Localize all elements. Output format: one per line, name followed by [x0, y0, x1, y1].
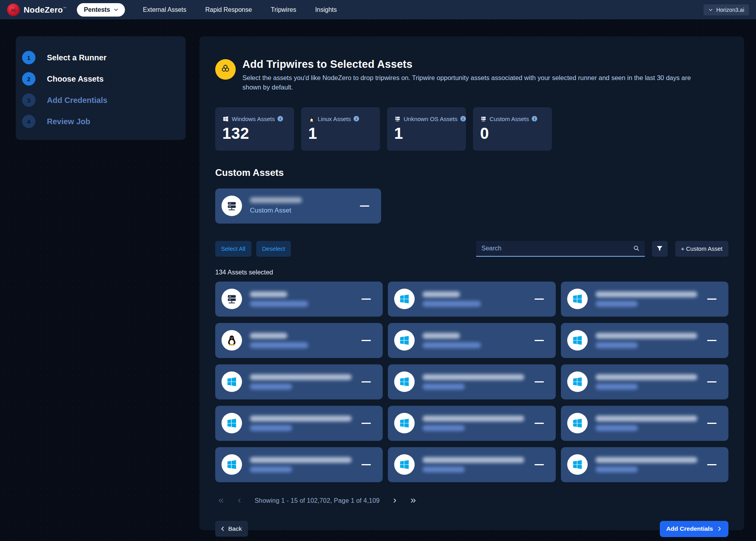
chevron-down-icon — [114, 7, 119, 12]
info-icon[interactable]: i — [532, 116, 537, 121]
info-icon[interactable]: i — [277, 116, 283, 121]
step-select-a-runner[interactable]: 1Select a Runner — [22, 51, 186, 64]
asset-card-12[interactable] — [561, 406, 728, 441]
redacted-asset-name — [596, 291, 697, 297]
asset-card-10[interactable] — [215, 406, 383, 441]
asset-card-13[interactable] — [215, 447, 383, 482]
asset-card-7[interactable] — [215, 364, 383, 399]
back-button[interactable]: Back — [215, 521, 248, 537]
asset-card-6[interactable] — [561, 323, 728, 358]
linux-icon — [222, 330, 242, 351]
asset-card-3[interactable] — [561, 282, 728, 317]
asset-type-label: Custom Asset — [250, 207, 302, 215]
asset-text — [423, 374, 524, 390]
remove-asset-button[interactable] — [534, 461, 545, 468]
asset-card-8[interactable] — [388, 364, 555, 399]
first-page-button[interactable] — [218, 497, 224, 504]
step-number: 4 — [22, 115, 35, 128]
last-page-button[interactable] — [410, 497, 417, 504]
nav-item-insights[interactable]: Insights — [315, 6, 337, 13]
asset-text — [596, 457, 697, 472]
previous-page-button[interactable] — [236, 497, 243, 504]
next-page-button[interactable] — [391, 497, 398, 504]
selected-assets-grid — [215, 282, 728, 482]
redacted-asset-detail — [250, 384, 292, 390]
asset-card-4[interactable] — [215, 323, 383, 358]
linux-icon — [308, 116, 315, 122]
asset-card-9[interactable] — [561, 364, 728, 399]
redacted-asset-detail — [250, 301, 308, 307]
pagination-label: Showing 1 - 15 of 102,702, Page 1 of 4,1… — [255, 497, 380, 504]
asset-card-5[interactable] — [388, 323, 555, 358]
step-add-credentials[interactable]: 3Add Credentials — [22, 93, 186, 107]
remove-asset-button[interactable] — [534, 295, 545, 302]
remove-asset-button[interactable] — [707, 461, 717, 468]
pentests-menu-button[interactable]: Pentests — [77, 3, 125, 17]
remove-asset-button[interactable] — [361, 420, 372, 427]
stat-value: 0 — [480, 125, 545, 142]
windows-icon — [394, 371, 415, 392]
remove-asset-button[interactable] — [707, 378, 717, 385]
server-icon — [222, 289, 242, 309]
remove-asset-button[interactable] — [360, 202, 370, 209]
stat-card-linux-assets: Linux Assets i 1 — [301, 107, 380, 151]
windows-icon — [567, 413, 588, 433]
stat-value: 1 — [308, 125, 373, 142]
asset-card-2[interactable] — [388, 282, 555, 317]
account-menu-button[interactable]: Horizon3.ai — [704, 4, 749, 15]
step-label: Select a Runner — [47, 53, 106, 62]
top-navigation: ☠ NodeZero™ Pentests External AssetsRapi… — [0, 0, 756, 19]
nav-item-tripwires[interactable]: Tripwires — [271, 6, 296, 13]
info-icon[interactable]: i — [460, 116, 466, 121]
nav-item-external-assets[interactable]: External Assets — [143, 6, 186, 13]
select-all-button[interactable]: Select All — [215, 241, 251, 257]
redacted-asset-detail — [596, 425, 638, 431]
step-label: Review Job — [47, 117, 90, 126]
deselect-button[interactable]: Deselect — [256, 241, 291, 257]
remove-asset-button[interactable] — [361, 295, 372, 302]
asset-card-11[interactable] — [388, 406, 555, 441]
remove-asset-button[interactable] — [707, 337, 717, 344]
wizard-footer: Back Add Credentials — [215, 521, 728, 537]
remove-asset-button[interactable] — [534, 337, 545, 344]
nodezero-logo-icon: ☠ — [7, 4, 20, 16]
asset-card-15[interactable] — [561, 447, 728, 482]
server-icon — [394, 116, 401, 122]
search-input[interactable] — [482, 245, 633, 252]
asset-text — [250, 457, 352, 472]
redacted-asset-name — [423, 291, 460, 297]
step-review-job[interactable]: 4Review Job — [22, 115, 186, 128]
remove-asset-button[interactable] — [534, 378, 545, 385]
remove-asset-button[interactable] — [707, 295, 717, 302]
stat-label: Windows Assets — [232, 116, 275, 122]
asset-text — [423, 416, 524, 431]
filter-button[interactable] — [652, 241, 668, 257]
remove-asset-button[interactable] — [707, 420, 717, 427]
asset-text — [596, 416, 697, 431]
stat-value: 1 — [394, 125, 459, 142]
step-choose-assets[interactable]: 2Choose Assets — [22, 72, 186, 86]
add-custom-asset-button[interactable]: + Custom Asset — [675, 241, 728, 257]
custom-asset-card[interactable]: Custom Asset — [215, 188, 381, 224]
remove-asset-button[interactable] — [361, 337, 372, 344]
asset-text — [423, 457, 524, 472]
page-title: Add Tripwires to Selected Assets — [242, 58, 696, 71]
remove-asset-button[interactable] — [361, 378, 372, 385]
asset-card-1[interactable] — [215, 282, 383, 317]
add-credentials-button[interactable]: Add Credentials — [660, 521, 728, 537]
pagination: Showing 1 - 15 of 102,702, Page 1 of 4,1… — [215, 497, 728, 504]
redacted-asset-detail — [596, 466, 638, 472]
nav-item-rapid-response[interactable]: Rapid Response — [205, 6, 252, 13]
redacted-asset-name — [250, 291, 287, 297]
redacted-asset-name — [596, 416, 697, 422]
nav-links: External AssetsRapid ResponseTripwiresIn… — [143, 6, 337, 13]
asset-card-14[interactable] — [388, 447, 555, 482]
info-icon[interactable]: i — [354, 116, 359, 121]
remove-asset-button[interactable] — [534, 420, 545, 427]
search-icon[interactable] — [633, 244, 640, 252]
remove-asset-button[interactable] — [361, 461, 372, 468]
windows-icon — [394, 454, 415, 475]
search-field — [476, 241, 645, 257]
windows-icon — [394, 289, 415, 309]
redacted-asset-name — [596, 333, 697, 339]
